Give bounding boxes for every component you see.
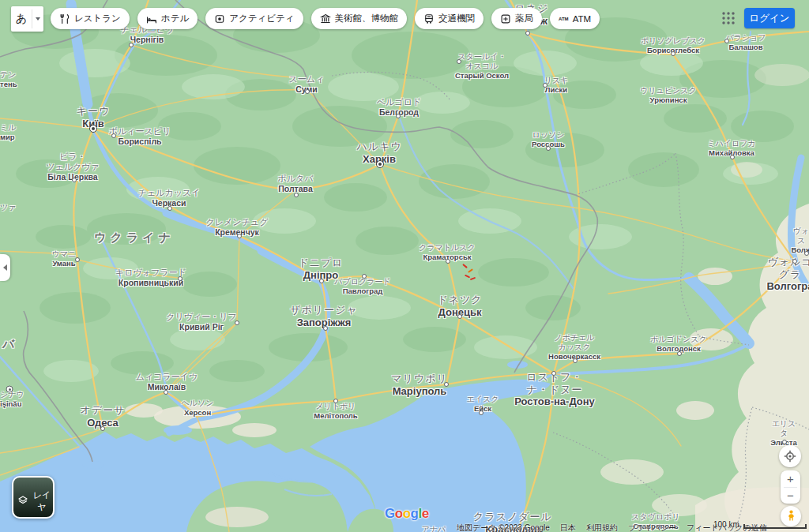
chip-activities[interactable]: アクティビティ [205,8,303,29]
terms-link[interactable]: 利用規約 [586,523,618,532]
chevron-left-icon [3,264,7,271]
country-link[interactable]: 日本 [560,523,576,532]
login-button[interactable]: ログイン [744,8,795,28]
chip-label: アクティビティ [229,13,294,24]
restaurant-icon [59,13,70,24]
chip-pharmacies[interactable]: 薬局 [491,8,542,29]
category-chip-bar: レストラン ホテル アクティビティ 美術館、博物館 交通機関 薬局 ATM AT… [51,8,600,29]
activity-icon [214,13,225,24]
chip-hotels[interactable]: ホテル [137,8,198,29]
ime-mode-indicator[interactable]: あ [11,6,32,32]
pharmacy-icon [500,13,511,24]
layers-icon [18,496,28,507]
map-canvas[interactable] [0,0,809,532]
chip-label: 薬局 [515,13,533,24]
pegman-button[interactable] [781,506,801,526]
google-apps-grid-icon[interactable] [721,11,736,25]
chip-atms[interactable]: ATM ATM [550,8,600,29]
museum-icon [320,13,331,24]
google-logo[interactable]: Google [385,506,429,522]
layers-button[interactable]: レイヤ [12,476,55,519]
chip-label: ATM [573,14,591,24]
ime-dropdown[interactable] [32,6,43,32]
transit-icon [423,13,435,24]
zoom-control: + − [781,470,800,504]
privacy-link[interactable]: プライバシー [628,523,676,532]
my-location-button[interactable] [779,445,801,467]
atm-icon: ATM [559,17,569,21]
chip-label: ホテル [161,13,189,24]
hotel-icon [146,13,157,24]
chip-label: レストラン [74,13,121,24]
chip-label: 交通機関 [438,13,475,24]
side-panel-toggle[interactable] [0,254,10,281]
chip-restaurants[interactable]: レストラン [51,8,130,29]
zoom-in-button[interactable]: + [781,470,800,487]
scale-label: 100 km [713,520,739,529]
scale-bar [743,524,807,529]
chevron-down-icon [36,17,40,21]
google-maps-app: { "ime": { "value": "あ" }, "chips": [ { … [0,0,809,532]
chip-transit[interactable]: 交通機関 [415,8,484,29]
layers-label: レイヤ [31,489,53,513]
ime-input-box[interactable]: あ [11,6,43,32]
chip-museums[interactable]: 美術館、博物館 [311,8,408,29]
my-location-icon [784,450,796,463]
chip-label: 美術館、博物館 [335,13,399,24]
zoom-out-button[interactable]: − [781,488,800,504]
pegman-icon [787,510,796,523]
map-data-notice: 地図データ ©2023 Google [457,523,550,532]
